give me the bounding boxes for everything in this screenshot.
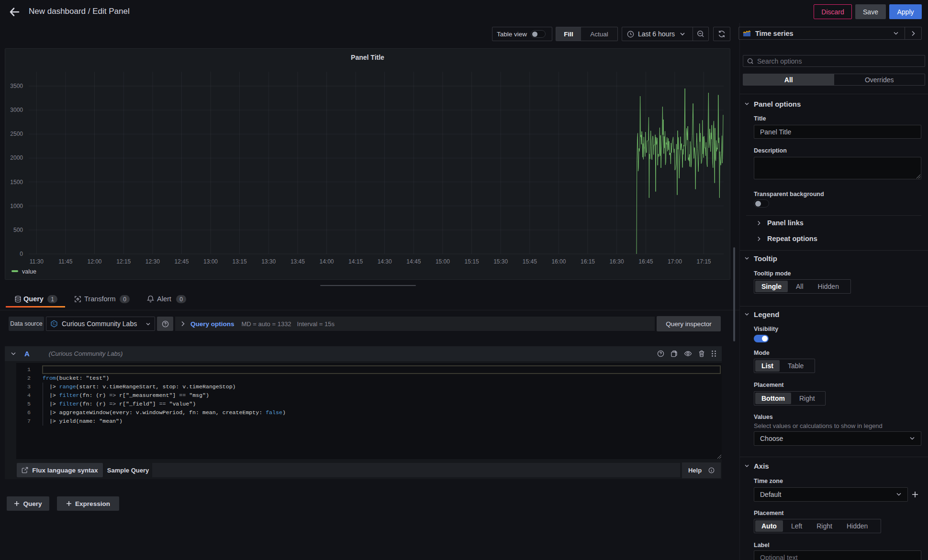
svg-text:12:15: 12:15: [116, 258, 131, 265]
svg-text:15:30: 15:30: [493, 258, 508, 265]
svg-text:17:15: 17:15: [696, 258, 711, 265]
svg-text:12:30: 12:30: [145, 258, 160, 265]
svg-text:500: 500: [13, 227, 23, 233]
svg-text:3000: 3000: [10, 107, 23, 113]
svg-text:2500: 2500: [10, 131, 23, 137]
svg-text:13:15: 13:15: [233, 258, 247, 265]
svg-text:12:45: 12:45: [174, 258, 189, 265]
svg-text:15:15: 15:15: [465, 258, 479, 265]
svg-text:11:30: 11:30: [30, 258, 44, 265]
svg-text:3500: 3500: [10, 83, 23, 89]
svg-text:14:30: 14:30: [378, 258, 392, 265]
svg-text:2000: 2000: [10, 154, 23, 161]
svg-text:13:30: 13:30: [261, 258, 276, 265]
svg-text:16:30: 16:30: [610, 258, 624, 265]
svg-text:1500: 1500: [10, 179, 23, 186]
svg-text:16:45: 16:45: [638, 258, 653, 265]
svg-text:14:45: 14:45: [406, 258, 421, 265]
svg-text:12:00: 12:00: [87, 258, 101, 265]
svg-text:17:00: 17:00: [668, 258, 682, 265]
svg-text:13:00: 13:00: [203, 258, 218, 265]
svg-text:13:45: 13:45: [291, 258, 305, 265]
svg-text:0: 0: [20, 251, 23, 257]
svg-text:11:45: 11:45: [58, 258, 72, 265]
svg-text:14:15: 14:15: [348, 258, 363, 265]
svg-text:16:00: 16:00: [551, 258, 566, 265]
svg-text:value: value: [22, 268, 36, 275]
svg-text:16:15: 16:15: [581, 258, 595, 265]
svg-text:15:00: 15:00: [436, 258, 450, 265]
svg-text:1000: 1000: [10, 203, 23, 209]
svg-text:14:00: 14:00: [319, 258, 334, 265]
svg-text:15:45: 15:45: [523, 258, 537, 265]
